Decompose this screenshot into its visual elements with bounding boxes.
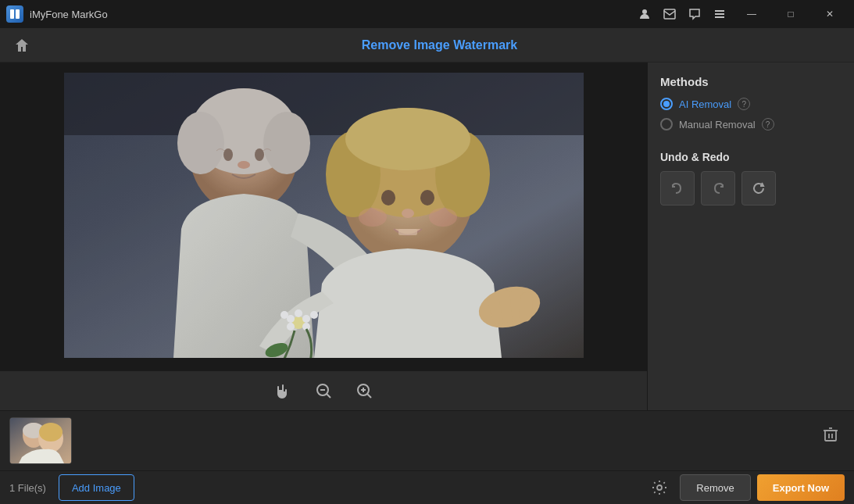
svg-rect-1 bbox=[16, 9, 20, 19]
ai-removal-option[interactable]: AI Removal ? bbox=[660, 98, 841, 110]
svg-rect-54 bbox=[825, 431, 836, 441]
manual-removal-option[interactable]: Manual Removal ? bbox=[660, 118, 841, 130]
svg-point-53 bbox=[39, 423, 63, 441]
home-button[interactable] bbox=[9, 33, 34, 58]
app-title: iMyFone MarkGo bbox=[30, 9, 108, 20]
title-bar-controls: — □ ✕ bbox=[634, 0, 848, 28]
title-bar-left: iMyFone MarkGo bbox=[6, 5, 108, 23]
redo-button[interactable] bbox=[701, 171, 735, 206]
ai-removal-label: AI Removal bbox=[679, 98, 731, 110]
minimize-button[interactable]: — bbox=[734, 0, 770, 28]
refresh-button[interactable] bbox=[741, 171, 776, 206]
settings-button[interactable] bbox=[645, 474, 674, 502]
account-button[interactable] bbox=[634, 3, 656, 25]
thumbnail-item[interactable] bbox=[9, 417, 72, 464]
thumbnail-image bbox=[10, 418, 71, 463]
right-panel: Methods AI Removal ? Manual Removal ? Un… bbox=[647, 63, 854, 410]
chat-button[interactable] bbox=[684, 3, 706, 25]
title-bar: iMyFone MarkGo — □ bbox=[0, 0, 854, 28]
page-title: Remove Image Watermark bbox=[34, 38, 845, 52]
svg-rect-5 bbox=[715, 13, 724, 15]
menu-button[interactable] bbox=[709, 3, 731, 25]
pan-tool-button[interactable] bbox=[269, 377, 297, 405]
undo-button[interactable] bbox=[660, 171, 695, 206]
svg-rect-0 bbox=[10, 9, 14, 19]
svg-rect-6 bbox=[715, 16, 724, 18]
image-preview-area bbox=[0, 63, 647, 371]
remove-button[interactable]: Remove bbox=[680, 474, 750, 501]
app-header: Remove Image Watermark bbox=[0, 28, 854, 63]
svg-point-2 bbox=[642, 9, 647, 14]
manual-removal-label: Manual Removal bbox=[679, 119, 756, 130]
close-button[interactable]: ✕ bbox=[812, 0, 848, 28]
svg-rect-3 bbox=[664, 9, 675, 19]
ai-removal-help-icon[interactable]: ? bbox=[738, 98, 750, 110]
svg-point-59 bbox=[657, 485, 662, 490]
methods-title: Methods bbox=[660, 75, 841, 88]
delete-files-button[interactable] bbox=[816, 420, 845, 449]
svg-line-48 bbox=[367, 394, 371, 398]
manual-removal-radio[interactable] bbox=[660, 118, 673, 130]
left-panel bbox=[0, 63, 647, 410]
preview-image bbox=[64, 73, 584, 358]
preview-image-container bbox=[64, 73, 584, 361]
add-image-button[interactable]: Add Image bbox=[59, 474, 134, 501]
zoom-in-button[interactable] bbox=[350, 377, 378, 405]
mail-button[interactable] bbox=[659, 3, 681, 25]
export-now-button[interactable]: Export Now bbox=[757, 474, 845, 501]
manual-removal-help-icon[interactable]: ? bbox=[762, 118, 774, 130]
svg-rect-4 bbox=[715, 10, 724, 12]
maximize-button[interactable]: □ bbox=[773, 0, 809, 28]
bottom-content bbox=[0, 411, 854, 470]
svg-line-44 bbox=[327, 394, 331, 398]
ai-removal-radio-inner bbox=[663, 101, 670, 107]
file-count: 1 File(s) bbox=[9, 482, 46, 494]
main-content: Methods AI Removal ? Manual Removal ? Un… bbox=[0, 63, 854, 410]
bottom-bar: 1 File(s) Add Image Remove Export Now bbox=[0, 470, 854, 504]
ai-removal-radio[interactable] bbox=[660, 98, 673, 110]
zoom-out-button[interactable] bbox=[309, 377, 338, 405]
undo-redo-controls bbox=[660, 171, 841, 206]
image-toolbar bbox=[0, 371, 647, 410]
app-logo bbox=[6, 5, 23, 23]
bottom-section: 1 File(s) Add Image Remove Export Now bbox=[0, 410, 854, 504]
undo-redo-title: Undo & Redo bbox=[660, 151, 841, 163]
thumbnail-strip bbox=[9, 417, 807, 464]
